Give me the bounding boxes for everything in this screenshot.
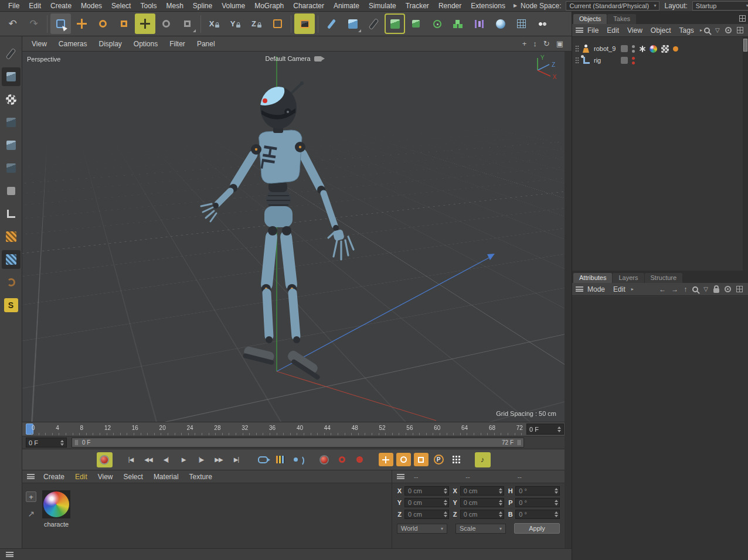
robot-model[interactable]: HL bbox=[22, 52, 565, 422]
fracture-button[interactable] bbox=[469, 13, 489, 34]
transport-button[interactable]: ◀| bbox=[158, 452, 174, 467]
objects-menu-item[interactable]: View bbox=[623, 26, 647, 35]
menubar-item[interactable]: Modes bbox=[76, 2, 107, 10]
visibility-dots[interactable] bbox=[632, 57, 635, 64]
make-editable-button[interactable] bbox=[2, 45, 21, 63]
material-tag-icon[interactable] bbox=[650, 45, 657, 53]
add-material-button[interactable]: + bbox=[26, 491, 36, 502]
spinner-icons[interactable] bbox=[555, 488, 558, 494]
menu-icon[interactable] bbox=[27, 474, 35, 479]
key-scale-button[interactable] bbox=[413, 452, 429, 467]
panel-options-icon[interactable] bbox=[739, 15, 746, 22]
viewport-menu-item[interactable]: Filter bbox=[164, 40, 191, 48]
key-rotation-button[interactable] bbox=[396, 452, 412, 467]
sound-button[interactable]: ♪ bbox=[475, 452, 491, 467]
array-grid-button[interactable] bbox=[511, 13, 532, 34]
link-arrow-icon[interactable]: ↗ bbox=[28, 509, 35, 518]
polygons-mode-button[interactable] bbox=[2, 159, 21, 177]
render-visibility-dot[interactable] bbox=[632, 62, 635, 64]
uv-mode-button[interactable] bbox=[2, 182, 21, 200]
menu-icon[interactable] bbox=[397, 474, 404, 479]
menubar-item[interactable]: Edit bbox=[24, 2, 46, 10]
editor-state-icon[interactable] bbox=[621, 45, 628, 52]
transport-button[interactable]: ▶| bbox=[229, 452, 244, 467]
menubar-item[interactable]: Character bbox=[288, 2, 329, 10]
transport-button[interactable]: ◀◀ bbox=[141, 452, 157, 467]
menubar-item[interactable]: Simulate bbox=[364, 2, 401, 10]
transport-button[interactable]: ▶▶ bbox=[211, 452, 227, 467]
object-name[interactable]: robot_9 bbox=[594, 45, 616, 52]
view-mode-label[interactable]: Perspective bbox=[27, 56, 60, 63]
key-pla-button[interactable] bbox=[448, 452, 464, 467]
coord-mode-select[interactable]: Scale▾ bbox=[455, 524, 506, 534]
menubar-item[interactable]: Mesh bbox=[161, 2, 188, 10]
coord-field[interactable]: 0 cm bbox=[460, 510, 505, 519]
spinner-icons[interactable] bbox=[444, 488, 447, 494]
y-axis-lock-button[interactable]: Y bbox=[225, 13, 246, 34]
spinner-icons[interactable] bbox=[444, 500, 447, 506]
instance-button[interactable] bbox=[406, 13, 426, 34]
object-row-robot[interactable]: robot_9 bbox=[572, 43, 743, 54]
transport-button[interactable]: |◀ bbox=[123, 452, 139, 467]
node-space-select[interactable]: Current (Standard/Physical) ▾ bbox=[566, 1, 659, 11]
rotate-tool-secondary[interactable] bbox=[156, 13, 176, 34]
object-name[interactable]: rig bbox=[594, 57, 601, 64]
editor-state-icon[interactable] bbox=[621, 57, 628, 64]
material-menu-item[interactable]: Material bbox=[148, 473, 184, 481]
coordinate-system-button[interactable] bbox=[267, 13, 288, 34]
pen-spline-button[interactable] bbox=[321, 13, 342, 34]
key-position-button[interactable] bbox=[378, 452, 394, 467]
current-frame-field[interactable]: 0 F bbox=[26, 438, 67, 448]
move-tool[interactable] bbox=[72, 13, 92, 34]
render-visibility-dot[interactable] bbox=[632, 50, 635, 53]
camera-label[interactable]: Default Camera bbox=[265, 55, 321, 62]
solo-icon[interactable] bbox=[725, 27, 732, 33]
x-axis-lock-button[interactable]: X bbox=[204, 13, 225, 34]
coord-field[interactable]: 0 ° bbox=[515, 510, 560, 519]
menubar-overflow-icon[interactable]: ▶ bbox=[510, 3, 521, 8]
viewport-menu-item[interactable]: View bbox=[26, 40, 53, 48]
spinner-down-icon[interactable] bbox=[557, 430, 561, 432]
phong-tag-icon[interactable] bbox=[673, 46, 678, 52]
viewport-menu-item[interactable]: Display bbox=[93, 40, 127, 48]
range-grip-left[interactable] bbox=[75, 440, 78, 445]
objects-menu-item[interactable]: File bbox=[583, 26, 603, 35]
undo-button[interactable]: ↶ bbox=[2, 13, 23, 34]
autokey-button[interactable] bbox=[334, 452, 350, 467]
filter-icon[interactable]: ▽ bbox=[703, 286, 708, 292]
spinner-icons[interactable] bbox=[499, 500, 502, 506]
coord-field[interactable]: 0 ° bbox=[515, 486, 560, 496]
object-row-rig[interactable]: rig bbox=[572, 54, 743, 66]
editor-visibility-dot[interactable] bbox=[632, 57, 635, 60]
coord-space-select[interactable]: World▾ bbox=[397, 524, 447, 534]
texture-mode-button[interactable] bbox=[2, 90, 21, 109]
coord-field[interactable]: 0 cm bbox=[404, 510, 449, 519]
visibility-dots[interactable] bbox=[632, 45, 635, 53]
drag-handle-icon[interactable] bbox=[575, 45, 579, 52]
menubar-item[interactable]: Animate bbox=[329, 2, 364, 10]
range-start-field[interactable]: 0 F bbox=[526, 424, 564, 435]
attributes-menu-item[interactable]: Mode bbox=[583, 285, 609, 293]
menubar-item[interactable]: Tracker bbox=[401, 2, 434, 10]
tab-objects[interactable]: Objects bbox=[573, 14, 607, 24]
rotate-tool[interactable] bbox=[93, 13, 113, 34]
mograph-cloner-button[interactable] bbox=[427, 13, 447, 34]
spinner-up-icon[interactable] bbox=[60, 440, 64, 442]
edges-mode-button[interactable] bbox=[2, 136, 21, 155]
menubar-item[interactable]: Select bbox=[107, 2, 135, 10]
play-mode-button[interactable] bbox=[255, 452, 271, 467]
scrollbar-thumb[interactable] bbox=[743, 39, 747, 52]
zoom-view-button[interactable]: ↕ bbox=[533, 39, 537, 48]
snapping-button[interactable] bbox=[2, 250, 21, 269]
volume-builder-button[interactable] bbox=[490, 13, 511, 34]
live-selection-tool[interactable] bbox=[50, 13, 71, 34]
menubar-item[interactable]: Tools bbox=[135, 2, 161, 10]
menu-icon[interactable] bbox=[6, 552, 13, 557]
points-mode-button[interactable] bbox=[2, 113, 21, 132]
toggle-views-button[interactable]: ▣ bbox=[556, 39, 563, 48]
enable-axis-tool[interactable] bbox=[135, 13, 155, 34]
objects-menu-item[interactable]: Edit bbox=[603, 26, 623, 35]
spinner-icons[interactable] bbox=[557, 426, 561, 432]
coord-field[interactable]: 0 cm bbox=[404, 486, 449, 496]
z-axis-lock-button[interactable]: Z bbox=[246, 13, 267, 34]
